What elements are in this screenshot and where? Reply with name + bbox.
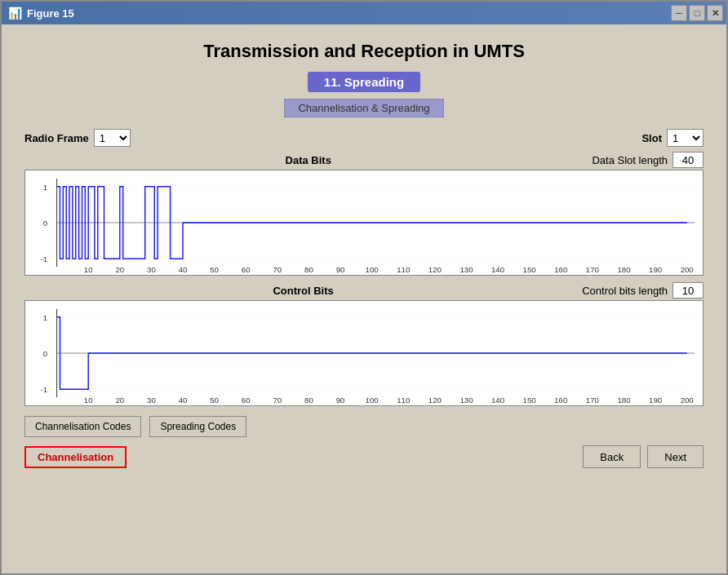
slot-select[interactable]: 12345 [667,129,704,147]
svg-text:50: 50 [210,396,219,405]
svg-text:80: 80 [304,396,313,405]
svg-text:120: 120 [428,396,442,405]
svg-text:170: 170 [586,265,600,274]
top-controls: Radio Frame 12345 Slot 12345 [18,129,710,147]
close-button[interactable]: ✕ [707,5,723,21]
svg-text:120: 120 [428,265,442,274]
svg-text:-1: -1 [40,385,47,394]
data-chart-box: 1 0 -1 10 20 30 40 50 60 70 80 90 100 11… [24,170,704,276]
svg-text:60: 60 [242,265,251,274]
data-chart-header: Data Bits Data Slot length [24,152,704,168]
next-button[interactable]: Next [647,445,704,468]
svg-text:20: 20 [115,396,124,405]
svg-text:70: 70 [273,396,282,405]
step-badge: 11. Spreading [308,72,420,92]
svg-text:100: 100 [366,265,380,274]
svg-text:200: 200 [681,265,695,274]
svg-text:70: 70 [273,265,282,274]
data-chart-svg: 1 0 -1 10 20 30 40 50 60 70 80 90 100 11… [25,170,703,275]
radio-frame-group: Radio Frame 12345 [24,129,131,147]
svg-text:140: 140 [491,265,505,274]
radio-frame-select[interactable]: 12345 [94,129,131,147]
svg-text:40: 40 [179,396,188,405]
svg-text:10: 10 [84,265,93,274]
slot-group: Slot 12345 [641,129,704,147]
minimize-button[interactable]: ─ [671,5,687,21]
titlebar: 📊 Figure 15 ─ □ ✕ [2,2,726,24]
slot-label: Slot [641,132,662,144]
data-bits-section: Data Bits Data Slot length 1 [24,152,704,276]
svg-text:190: 190 [649,265,663,274]
svg-text:30: 30 [147,265,156,274]
titlebar-buttons: ─ □ ✕ [671,5,723,21]
svg-text:1: 1 [43,313,47,322]
svg-text:160: 160 [554,396,568,405]
control-bits-section: Control Bits Control bits length [24,282,704,406]
control-chart-box: 1 0 -1 10 20 30 40 50 60 70 80 90 100 11… [24,300,704,406]
svg-text:0: 0 [43,219,48,228]
svg-text:20: 20 [115,265,124,274]
svg-text:50: 50 [210,265,219,274]
radio-frame-label: Radio Frame [24,132,89,144]
svg-text:60: 60 [242,396,251,405]
svg-text:90: 90 [336,265,345,274]
maximize-button[interactable]: □ [689,5,705,21]
content-area: Transmission and Reception in UMTS 11. S… [2,24,726,478]
channelisation-codes-button[interactable]: Channelisation Codes [24,416,141,437]
main-title: Transmission and Reception in UMTS [18,41,710,62]
svg-text:200: 200 [681,396,695,405]
data-length-group: Data Slot length [592,152,704,168]
control-length-group: Control bits length [582,282,704,299]
svg-text:170: 170 [586,396,600,405]
titlebar-title: Figure 15 [27,7,74,20]
svg-text:10: 10 [84,396,93,405]
svg-text:150: 150 [523,396,537,405]
svg-text:40: 40 [179,265,188,274]
channelisation-button[interactable]: Channelisation [24,446,127,468]
sub-badge: Channelisation & Spreading [284,99,443,117]
data-chart-title: Data Bits [24,154,592,166]
titlebar-icon: 📊 [8,7,22,20]
svg-text:90: 90 [336,396,345,405]
svg-text:140: 140 [491,396,505,405]
code-buttons: Channelisation Codes Spreading Codes [18,416,710,437]
svg-text:110: 110 [397,265,411,274]
svg-text:-1: -1 [40,254,47,263]
svg-text:0: 0 [43,349,48,358]
svg-text:80: 80 [304,265,313,274]
control-length-input[interactable] [673,282,704,299]
data-length-input[interactable] [673,152,704,168]
svg-text:130: 130 [459,396,473,405]
spreading-codes-button[interactable]: Spreading Codes [149,416,246,437]
control-chart-svg: 1 0 -1 10 20 30 40 50 60 70 80 90 100 11… [25,301,703,405]
svg-text:150: 150 [523,265,537,274]
svg-text:180: 180 [617,396,631,405]
svg-text:110: 110 [397,396,411,405]
data-length-label: Data Slot length [592,154,668,166]
svg-text:30: 30 [147,396,156,405]
svg-text:190: 190 [649,396,663,405]
footer-row: Channelisation Back Next [18,445,710,468]
control-chart-title: Control Bits [24,285,582,297]
main-window: 📊 Figure 15 ─ □ ✕ Transmission and Recep… [0,0,728,575]
back-button[interactable]: Back [583,445,641,468]
nav-buttons: Back Next [583,445,704,468]
control-length-label: Control bits length [582,285,668,297]
svg-text:160: 160 [554,265,568,274]
svg-text:1: 1 [43,183,47,192]
svg-text:130: 130 [459,265,473,274]
control-chart-header: Control Bits Control bits length [24,282,704,299]
svg-text:180: 180 [617,265,631,274]
svg-text:100: 100 [366,396,380,405]
